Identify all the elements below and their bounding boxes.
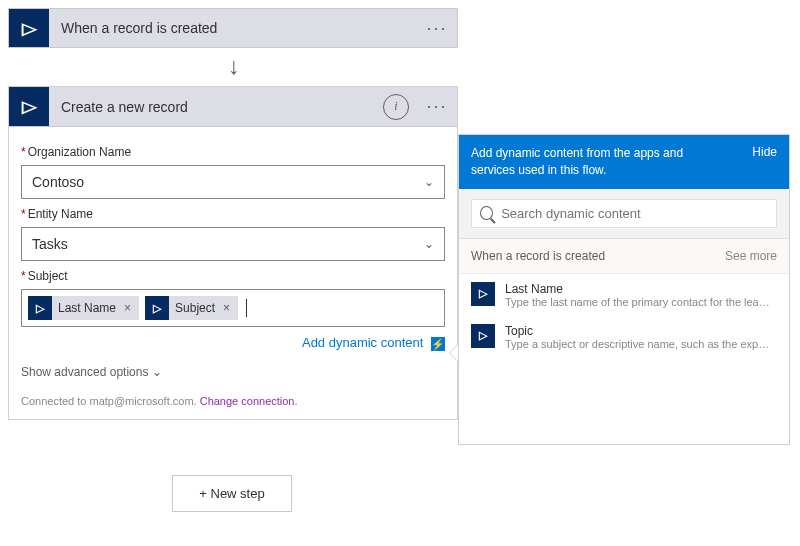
item-name: Topic <box>505 324 773 338</box>
dynamic-content-panel: Add dynamic content from the apps and se… <box>458 134 790 445</box>
chevron-down-icon: ⌄ <box>424 237 434 251</box>
dynamics-icon: ▷ <box>28 296 52 320</box>
dynamic-item-last-name[interactable]: ▷ Last Name Type the last name of the pr… <box>459 274 789 316</box>
search-icon <box>480 206 493 220</box>
trigger-title: When a record is created <box>49 20 417 36</box>
org-label: *Organization Name <box>21 145 445 159</box>
entity-value: Tasks <box>32 236 68 252</box>
add-dynamic-icon[interactable]: ⚡ <box>431 337 445 351</box>
dynamics-icon: ▷ <box>22 19 36 38</box>
trigger-menu-button[interactable]: ··· <box>417 18 457 39</box>
token-remove-icon[interactable]: × <box>122 301 139 315</box>
info-icon[interactable]: i <box>383 94 409 120</box>
chevron-down-icon: ⌄ <box>424 175 434 189</box>
dynamics-icon: ▷ <box>471 282 495 306</box>
search-input[interactable] <box>501 206 768 221</box>
dynamic-item-topic[interactable]: ▷ Topic Type a subject or descriptive na… <box>459 316 789 358</box>
item-name: Last Name <box>505 282 773 296</box>
connection-info: Connected to matp@microsoft.com. Change … <box>21 395 445 407</box>
entity-label: *Entity Name <box>21 207 445 221</box>
section-title: When a record is created <box>471 249 605 263</box>
trigger-card[interactable]: ▷ When a record is created ··· <box>8 8 458 48</box>
token-remove-icon[interactable]: × <box>221 301 238 315</box>
action-menu-button[interactable]: ··· <box>417 96 457 117</box>
dynamics-icon: ▷ <box>145 296 169 320</box>
token-label: Subject <box>169 301 221 315</box>
subject-label: *Subject <box>21 269 445 283</box>
token-subject[interactable]: ▷ Subject × <box>145 296 238 320</box>
search-wrapper <box>459 189 789 239</box>
token-label: Last Name <box>52 301 122 315</box>
trigger-logo: ▷ <box>9 9 49 47</box>
token-last-name[interactable]: ▷ Last Name × <box>28 296 139 320</box>
new-step-button[interactable]: + New step <box>172 475 292 512</box>
org-select[interactable]: Contoso ⌄ <box>21 165 445 199</box>
subject-input[interactable]: ▷ Last Name × ▷ Subject × <box>21 289 445 327</box>
add-dynamic-row: Add dynamic content ⚡ <box>21 335 445 351</box>
show-advanced-toggle[interactable]: Show advanced options ⌄ <box>21 365 445 379</box>
text-cursor <box>246 299 247 317</box>
action-card: ▷ Create a new record i ··· *Organizatio… <box>8 86 458 420</box>
item-desc: Type the last name of the primary contac… <box>505 296 773 308</box>
entity-select[interactable]: Tasks ⌄ <box>21 227 445 261</box>
item-desc: Type a subject or descriptive name, such… <box>505 338 773 350</box>
dynamics-icon: ▷ <box>471 324 495 348</box>
search-box[interactable] <box>471 199 777 228</box>
flow-arrow-icon: ↓ <box>228 52 240 80</box>
dynamic-panel-header: Add dynamic content from the apps and se… <box>459 135 789 189</box>
add-dynamic-content-link[interactable]: Add dynamic content <box>302 335 423 350</box>
callout-beak <box>450 345 458 361</box>
hide-panel-link[interactable]: Hide <box>752 145 777 179</box>
org-value: Contoso <box>32 174 84 190</box>
dynamic-section-header: When a record is created See more <box>459 239 789 274</box>
action-body: *Organization Name Contoso ⌄ *Entity Nam… <box>9 127 457 419</box>
action-title: Create a new record <box>49 99 383 115</box>
action-logo: ▷ <box>9 87 49 126</box>
see-more-link[interactable]: See more <box>725 249 777 263</box>
dynamic-items-list: ▷ Last Name Type the last name of the pr… <box>459 274 789 444</box>
dynamics-icon: ▷ <box>22 97 36 116</box>
chevron-down-icon: ⌄ <box>152 365 162 379</box>
dynamic-panel-title: Add dynamic content from the apps and se… <box>471 145 711 179</box>
action-header[interactable]: ▷ Create a new record i ··· <box>9 87 457 127</box>
change-connection-link[interactable]: Change connection. <box>200 395 298 407</box>
